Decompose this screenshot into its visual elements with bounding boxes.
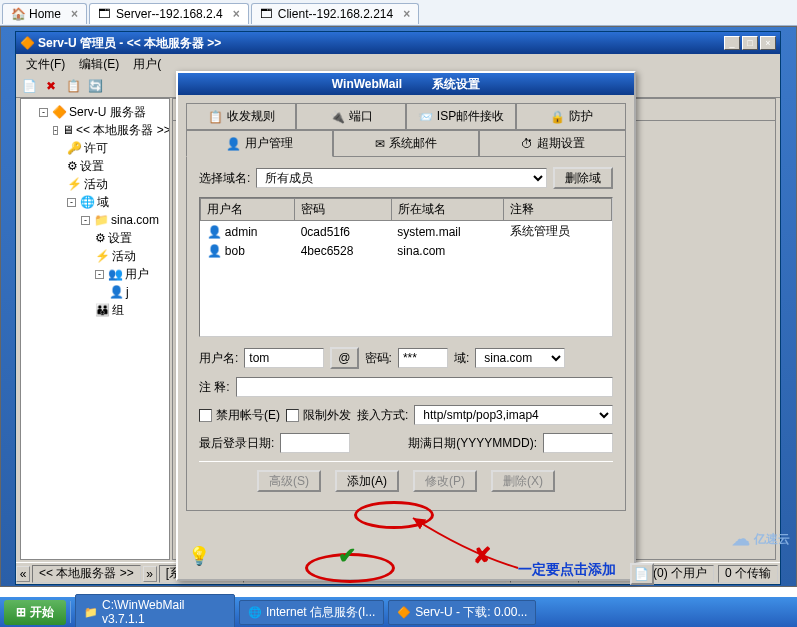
- task-iis[interactable]: 🌐Internet 信息服务(I...: [239, 600, 384, 625]
- browser-tab-server[interactable]: 🗔 Server--192.168.2.4 ×: [89, 3, 249, 24]
- tool-copy[interactable]: 📋: [64, 77, 82, 95]
- tab-label: Home: [29, 7, 61, 21]
- browser-tab-strip: 🏠 Home × 🗔 Server--192.168.2.4 × 🗔 Clien…: [0, 0, 797, 26]
- close-icon[interactable]: ×: [71, 7, 78, 21]
- dialog-app-name: WinWebMail: [332, 77, 402, 91]
- task-servu[interactable]: 🔶Serv-U - 下载: 0.00...: [388, 600, 536, 625]
- tab-label: Client--192.168.2.214: [278, 7, 393, 21]
- tab-rules[interactable]: 📋收发规则: [186, 103, 296, 130]
- browser-tab-home[interactable]: 🏠 Home ×: [2, 3, 87, 24]
- tree-panel[interactable]: -🔶Serv-U 服务器 -🖥<< 本地服务器 >> 🔑许可 ⚙设置 ⚡活动 -…: [20, 98, 170, 560]
- watermark: ☁亿速云: [732, 528, 790, 550]
- pass-label: 密码:: [365, 350, 392, 367]
- windows-icon: ⊞: [16, 605, 26, 619]
- delete-button[interactable]: 删除(X): [491, 470, 555, 492]
- access-label: 接入方式:: [357, 407, 408, 424]
- access-select[interactable]: http/smtp/pop3,imap4: [414, 405, 613, 425]
- menu-user[interactable]: 用户(: [127, 54, 167, 75]
- note-label: 注 释:: [199, 379, 230, 396]
- home-icon: 🏠: [11, 7, 25, 21]
- tree-groups: 👪组: [95, 301, 165, 319]
- annotation-oval-add: [354, 501, 434, 529]
- maximize-button[interactable]: □: [742, 36, 758, 50]
- winwebmail-dialog: WinWebMail 系统设置 📋收发规则 🔌端口 📨ISP邮件接收 🔒防护 👤…: [176, 71, 636, 581]
- tab-user-mgmt[interactable]: 👤用户管理: [186, 130, 333, 157]
- window-title: Serv-U 管理员 - << 本地服务器 >>: [34, 35, 722, 52]
- domain-field[interactable]: sina.com: [475, 348, 565, 368]
- tree-users: -👥用户: [95, 265, 165, 283]
- tree-domains: -🌐域: [67, 193, 165, 211]
- minimize-button[interactable]: _: [724, 36, 740, 50]
- modify-button[interactable]: 修改(P): [413, 470, 477, 492]
- tree-root: -🔶Serv-U 服务器: [39, 103, 165, 121]
- at-button[interactable]: @: [330, 347, 358, 369]
- user-label: 用户名:: [199, 350, 238, 367]
- disable-checkbox[interactable]: 禁用帐号(E): [199, 407, 280, 424]
- taskbar: ⊞ 开始 📁C:\WinWebMail v3.7.1.1 🌐Internet 信…: [0, 597, 797, 627]
- desktop: 🔶 Serv-U 管理员 - << 本地服务器 >> _ □ × 文件(F) 编…: [0, 26, 797, 587]
- close-button[interactable]: ×: [760, 36, 776, 50]
- table-row[interactable]: 👤 admin 0cad51f6 system.mail 系统管理员: [201, 221, 612, 243]
- last-login-label: 最后登录日期:: [199, 435, 274, 452]
- tree-user-item: 👤j: [109, 283, 165, 301]
- tab-isp[interactable]: 📨ISP邮件接收: [406, 103, 516, 130]
- tool-unknown-1[interactable]: 📄: [20, 77, 38, 95]
- domain2-label: 域:: [454, 350, 469, 367]
- start-button[interactable]: ⊞ 开始: [4, 600, 66, 625]
- tool-refresh[interactable]: 🔄: [86, 77, 104, 95]
- tree-dom-activity: ⚡活动: [95, 247, 165, 265]
- status-transfers: 0 个传输: [718, 565, 778, 583]
- domain-label: 选择域名:: [199, 170, 250, 187]
- username-field[interactable]: [244, 348, 324, 368]
- col-domain[interactable]: 所在域名: [391, 199, 504, 221]
- app-icon: 🗔: [98, 7, 112, 21]
- tree-settings: ⚙设置: [67, 157, 165, 175]
- add-button[interactable]: 添加(A): [335, 470, 399, 492]
- status-prev[interactable]: «: [16, 566, 30, 582]
- password-field[interactable]: [398, 348, 448, 368]
- col-note[interactable]: 注释: [504, 199, 612, 221]
- tree-domain: -📁sina.com: [81, 211, 165, 229]
- tree-local: -🖥<< 本地服务器 >>: [53, 121, 165, 139]
- col-pass[interactable]: 密码: [295, 199, 392, 221]
- tree-activity: ⚡活动: [67, 175, 165, 193]
- tab-protect[interactable]: 🔒防护: [516, 103, 626, 130]
- menu-edit[interactable]: 编辑(E): [73, 54, 125, 75]
- status-users: (0) 个用户: [646, 565, 714, 583]
- last-login-field[interactable]: [280, 433, 350, 453]
- limit-checkbox[interactable]: 限制外发: [286, 407, 351, 424]
- bulb-icon: 💡: [188, 545, 210, 567]
- menu-file[interactable]: 文件(F): [20, 54, 71, 75]
- status-next[interactable]: »: [143, 566, 157, 582]
- tree-dom-settings: ⚙设置: [95, 229, 165, 247]
- note-field[interactable]: [236, 377, 613, 397]
- table-row[interactable]: 👤 bob 4bec6528 sina.com: [201, 242, 612, 260]
- tool-delete[interactable]: ✖: [42, 77, 60, 95]
- app-icon: 🗔: [260, 7, 274, 21]
- expire-label: 期满日期(YYYYMMDD):: [408, 435, 537, 452]
- status-server: << 本地服务器 >>: [32, 565, 141, 583]
- side-button[interactable]: 📄: [630, 563, 654, 585]
- delete-domain-button[interactable]: 删除域: [553, 167, 613, 189]
- task-winwebmail[interactable]: 📁C:\WinWebMail v3.7.1.1: [75, 594, 235, 627]
- checkmark-icon: ✔: [338, 543, 356, 569]
- tab-expire[interactable]: ⏱超期设置: [479, 130, 626, 157]
- tab-sys-mail[interactable]: ✉系统邮件: [333, 130, 480, 157]
- expire-field[interactable]: [543, 433, 613, 453]
- tab-label: Server--192.168.2.4: [116, 7, 223, 21]
- user-table[interactable]: 用户名 密码 所在域名 注释 👤 admin 0cad51f6 system.m…: [199, 197, 613, 337]
- domain-select[interactable]: 所有成员: [256, 168, 547, 188]
- x-icon: ✘: [473, 543, 491, 569]
- col-user[interactable]: 用户名: [201, 199, 295, 221]
- tree-license: 🔑许可: [67, 139, 165, 157]
- dialog-titlebar[interactable]: WinWebMail 系统设置: [178, 73, 634, 95]
- dialog-title: 系统设置: [432, 76, 480, 93]
- tab-port[interactable]: 🔌端口: [296, 103, 406, 130]
- browser-tab-client[interactable]: 🗔 Client--192.168.2.214 ×: [251, 3, 419, 24]
- titlebar[interactable]: 🔶 Serv-U 管理员 - << 本地服务器 >> _ □ ×: [16, 32, 780, 54]
- advanced-button[interactable]: 高级(S): [257, 470, 321, 492]
- annotation-text: 一定要点击添加: [518, 561, 616, 579]
- close-icon[interactable]: ×: [403, 7, 410, 21]
- close-icon[interactable]: ×: [233, 7, 240, 21]
- app-icon: 🔶: [20, 36, 34, 50]
